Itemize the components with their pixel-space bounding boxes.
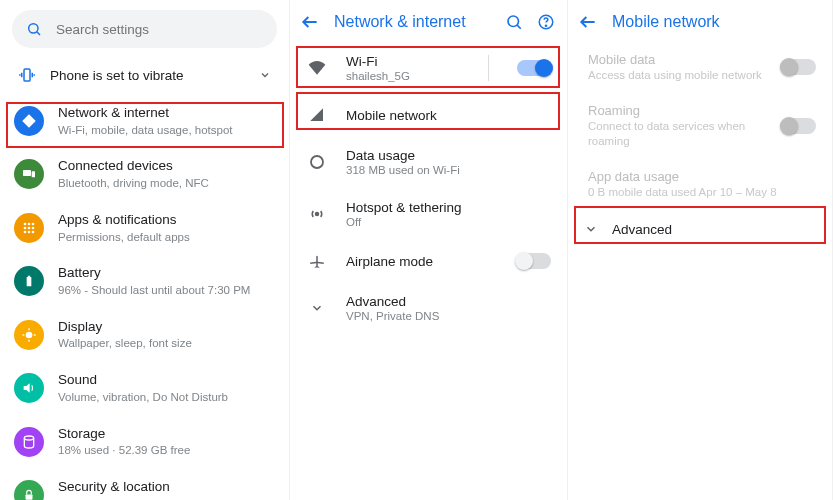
svg-point-11 <box>32 222 35 225</box>
data-usage-icon <box>308 153 326 171</box>
svg-line-29 <box>517 25 521 29</box>
roaming-sub: Connect to data services when roaming <box>588 119 782 149</box>
item-title: Apps & notifications <box>58 211 275 229</box>
settings-item-storage[interactable]: Storage 18% used · 52.39 GB free <box>0 415 289 468</box>
settings-item-display[interactable]: Display Wallpaper, sleep, font size <box>0 308 289 361</box>
divider <box>488 55 489 81</box>
settings-item-battery[interactable]: Battery 96% - Should last until about 7:… <box>0 254 289 307</box>
chevron-down-icon <box>310 301 324 315</box>
svg-point-16 <box>28 230 31 233</box>
wifi-row[interactable]: Wi-Fi shailesh_5G <box>290 42 567 94</box>
back-icon[interactable] <box>578 12 598 32</box>
svg-point-0 <box>29 24 38 33</box>
item-title: Battery <box>58 264 275 282</box>
panel-header: Mobile network <box>568 0 832 42</box>
search-icon[interactable] <box>505 13 523 31</box>
settings-item-sound[interactable]: Sound Volume, vibration, Do Not Disturb <box>0 361 289 414</box>
svg-rect-2 <box>24 69 30 81</box>
settings-item-network[interactable]: Network & internet Wi-Fi, mobile, data u… <box>0 94 289 147</box>
airplane-icon <box>308 252 326 270</box>
settings-item-security[interactable]: Security & location Play Protect, screen… <box>0 468 289 500</box>
item-title: Display <box>58 318 275 336</box>
data-title: Data usage <box>346 148 551 163</box>
settings-item-apps[interactable]: Apps & notifications Permissions, defaul… <box>0 201 289 254</box>
advanced-row[interactable]: Advanced VPN, Private DNS <box>290 282 567 334</box>
svg-rect-26 <box>26 495 33 500</box>
svg-point-28 <box>508 16 519 27</box>
mobile-data-title: Mobile data <box>588 52 782 67</box>
item-title: Security & location <box>58 478 275 496</box>
search-bar[interactable] <box>12 10 277 48</box>
panel-header: Network & internet <box>290 0 567 42</box>
item-title: Connected devices <box>58 157 275 175</box>
svg-point-15 <box>24 230 27 233</box>
vibrate-row[interactable]: Phone is set to vibrate <box>0 56 289 94</box>
item-sub: 96% - Should last until about 7:30 PM <box>58 283 275 298</box>
sound-icon <box>21 380 37 396</box>
svg-point-32 <box>311 156 323 168</box>
svg-point-33 <box>316 213 319 216</box>
item-sub: 18% used · 52.39 GB free <box>58 443 275 458</box>
mobile-data-toggle <box>782 59 816 75</box>
mobile-data-row: Mobile data Access data using mobile net… <box>568 42 832 93</box>
advanced-title: Advanced <box>346 294 551 309</box>
hotspot-sub: Off <box>346 216 551 228</box>
svg-point-17 <box>32 230 35 233</box>
hotspot-icon <box>308 205 326 223</box>
item-sub: Wallpaper, sleep, font size <box>58 336 275 351</box>
lock-icon <box>22 488 36 500</box>
item-sub: Permissions, default apps <box>58 230 275 245</box>
back-icon[interactable] <box>300 12 320 32</box>
storage-icon <box>21 434 37 450</box>
airplane-row[interactable]: Airplane mode <box>290 240 567 282</box>
item-title: Sound <box>58 371 275 389</box>
wifi-title: Wi-Fi <box>346 54 470 69</box>
panel-title: Mobile network <box>612 13 820 31</box>
hotspot-title: Hotspot & tethering <box>346 200 551 215</box>
apps-icon <box>21 220 37 236</box>
data-sub: 318 MB used on Wi-Fi <box>346 164 551 176</box>
chevron-down-icon <box>584 222 598 236</box>
wifi-toggle[interactable] <box>517 60 551 76</box>
help-icon[interactable] <box>537 13 555 31</box>
data-usage-row[interactable]: Data usage 318 MB used on Wi-Fi <box>290 136 567 188</box>
app-usage-sub: 0 B mobile data used Apr 10 – May 8 <box>588 185 816 200</box>
airplane-toggle[interactable] <box>517 253 551 269</box>
hotspot-row[interactable]: Hotspot & tethering Off <box>290 188 567 240</box>
search-input[interactable] <box>56 22 263 37</box>
advanced-label: Advanced <box>612 222 672 237</box>
search-icon <box>26 21 42 37</box>
vibrate-icon <box>18 66 36 84</box>
display-icon <box>21 327 37 343</box>
wifi-sub: shailesh_5G <box>346 70 470 82</box>
devices-icon <box>21 166 37 182</box>
network-panel: Network & internet Wi-Fi shailesh_5G Mob… <box>290 0 568 500</box>
advanced-row[interactable]: Advanced <box>568 210 832 249</box>
item-sub: Wi-Fi, mobile, data usage, hotspot <box>58 123 275 138</box>
app-usage-row: App data usage 0 B mobile data used Apr … <box>568 159 832 210</box>
svg-point-14 <box>32 226 35 229</box>
svg-point-12 <box>24 226 27 229</box>
roaming-row: Roaming Connect to data services when ro… <box>568 93 832 159</box>
settings-panel: Phone is set to vibrate Network & intern… <box>0 0 290 500</box>
roaming-toggle <box>782 118 816 134</box>
svg-rect-18 <box>27 277 32 286</box>
airplane-title: Airplane mode <box>346 254 499 269</box>
settings-item-connected[interactable]: Connected devices Bluetooth, driving mod… <box>0 147 289 200</box>
roaming-title: Roaming <box>588 103 782 118</box>
chevron-down-icon <box>259 69 271 81</box>
mobile-network-panel: Mobile network Mobile data Access data u… <box>568 0 833 500</box>
svg-line-1 <box>37 32 40 35</box>
wifi-icon <box>307 58 327 78</box>
item-title: Network & internet <box>58 104 275 122</box>
vibrate-label: Phone is set to vibrate <box>50 68 245 83</box>
mobile-network-row[interactable]: Mobile network <box>290 94 567 136</box>
item-sub: Bluetooth, driving mode, NFC <box>58 176 275 191</box>
svg-point-31 <box>545 25 546 26</box>
svg-rect-19 <box>28 276 30 277</box>
svg-rect-7 <box>23 170 31 176</box>
svg-point-20 <box>26 332 31 337</box>
svg-point-10 <box>28 222 31 225</box>
svg-point-13 <box>28 226 31 229</box>
wifi-diamond-icon <box>20 112 38 130</box>
